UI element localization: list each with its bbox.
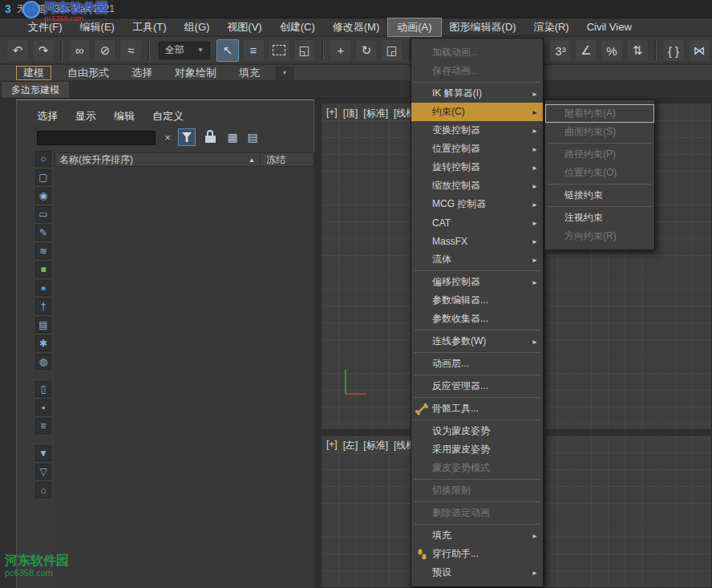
app-logo-icon: 3 — [5, 2, 11, 15]
menu-item-wire-parameters[interactable]: 连线参数(W)► — [411, 332, 543, 351]
viewport-standard-label[interactable]: [标准] — [363, 107, 388, 120]
menubar-item-file[interactable]: 文件(F) — [19, 18, 71, 36]
viewport-standard-label[interactable]: [标准] — [363, 439, 388, 452]
bind-to-spacewarp-icon[interactable]: ≈ — [119, 39, 142, 62]
display-geometry-icon[interactable]: ■ — [35, 262, 51, 278]
unlink-selection-icon[interactable]: ⊘ — [94, 39, 116, 62]
explorer-column-header[interactable]: 名称(按升序排序) ▲ 冻结 — [55, 152, 314, 167]
tab-polygon-modeling[interactable]: 多边形建模 — [2, 82, 69, 98]
spinner-snap-icon[interactable]: ⇅ — [626, 39, 649, 62]
select-and-link-icon[interactable]: ∞ — [68, 39, 91, 62]
menu-item-massfx[interactable]: MassFX► — [411, 232, 543, 250]
display-selected-icon[interactable]: ▢ — [35, 169, 51, 185]
menu-item-fluids[interactable]: 流体► — [411, 250, 543, 269]
pick-container-icon[interactable]: ⌂ — [35, 482, 51, 498]
menubar-item-create[interactable]: 创建(C) — [271, 18, 324, 36]
select-and-move-icon[interactable]: + — [330, 39, 352, 62]
snap-toggle-icon[interactable]: 3³ — [549, 39, 572, 62]
selection-filter-dropdown[interactable]: 全部 ▼ — [159, 42, 210, 59]
filter-combinations-icon[interactable]: ▼ — [35, 445, 51, 461]
menubar-item-rendering[interactable]: 渲染(R) — [525, 18, 578, 36]
menu-item-bone-tools[interactable]: 骨骼工具... — [411, 399, 543, 418]
save-explorer-icon[interactable]: ▪ — [35, 399, 51, 416]
menu-item-scale-controllers[interactable]: 缩放控制器► — [411, 176, 543, 195]
menubar-item-animation[interactable]: 动画(A) — [388, 18, 440, 36]
select-and-scale-icon[interactable]: ◲ — [381, 39, 403, 62]
menubar-item-edit[interactable]: 编辑(E) — [71, 18, 123, 36]
menu-item-transform-controllers[interactable]: 变换控制器► — [411, 121, 543, 140]
display-helpers-icon[interactable]: ● — [35, 280, 51, 296]
ribbon-tab-object-paint[interactable]: 对象绘制 — [168, 66, 223, 80]
menu-item-animation-layers[interactable]: 动画层... — [411, 355, 543, 373]
menu-item-cat[interactable]: CAT► — [411, 213, 543, 232]
menubar-item-civil-view[interactable]: Civil View — [578, 18, 641, 36]
edit-selection-set-icon[interactable]: ▤ — [245, 129, 261, 145]
explorer-tab-edit[interactable]: 编辑 — [114, 109, 135, 124]
menubar-item-views[interactable]: 视图(V) — [218, 18, 270, 36]
column-frozen-header[interactable]: 冻结 — [261, 153, 285, 167]
new-selection-set-icon[interactable]: ▦ — [225, 129, 241, 145]
lock-cell-editing-icon[interactable] — [204, 129, 218, 145]
menu-item-set-as-skin-pose[interactable]: 设为蒙皮姿势 — [411, 422, 543, 440]
column-name-header[interactable]: 名称(按升序排序) — [55, 153, 249, 167]
menu-item-presets[interactable]: 预设► — [411, 563, 543, 582]
ribbon-tab-selection[interactable]: 选择 — [125, 66, 159, 80]
menu-item-reaction-manager[interactable]: 反应管理器... — [411, 377, 543, 395]
display-cameras-icon[interactable]: ▭ — [35, 206, 51, 222]
menu-item-populate[interactable]: 填充► — [411, 526, 543, 545]
window-crossing-icon[interactable]: ◱ — [293, 39, 316, 62]
viewport-pov-label[interactable]: [左] — [343, 439, 358, 452]
menu-item-offset-controllers[interactable]: 偏移控制器► — [411, 273, 543, 291]
explorer-object-list[interactable] — [55, 167, 314, 588]
select-object-icon[interactable]: ↖ — [216, 39, 239, 62]
viewport-menu-plus[interactable]: [+] — [326, 107, 338, 120]
percent-snap-icon[interactable]: % — [601, 39, 623, 62]
viewport-menu-plus[interactable]: [+] — [326, 439, 338, 452]
menubar-item-tools[interactable]: 工具(T) — [123, 18, 176, 36]
display-shapes-icon[interactable]: ✎ — [35, 225, 51, 241]
rectangular-selection-region-icon[interactable] — [268, 39, 290, 62]
ribbon-collapse-button[interactable]: ▼ — [276, 67, 293, 79]
menubar-item-graph-editors[interactable]: 图形编辑器(D) — [441, 18, 525, 36]
menu-item-rotation-controllers[interactable]: 旋转控制器► — [411, 158, 543, 176]
display-hidden-icon[interactable]: ◍ — [35, 354, 51, 370]
menubar-item-modifiers[interactable]: 修改器(M) — [324, 18, 389, 36]
select-by-name-icon[interactable]: ≡ — [242, 39, 265, 62]
explorer-tab-display[interactable]: 显示 — [75, 109, 96, 124]
menu-item-assume-skin-pose[interactable]: 采用蒙皮姿势 — [411, 440, 543, 459]
clear-search-icon[interactable]: × — [161, 130, 174, 144]
menu-item-mcg-controllers[interactable]: MCG 控制器► — [411, 195, 543, 213]
menu-item-parameter-editor[interactable]: 参数编辑器... — [411, 291, 543, 310]
explorer-filter-button[interactable] — [178, 128, 196, 146]
menu-item-constraints[interactable]: 约束(C)► — [411, 103, 543, 121]
display-none-icon[interactable]: ○ — [35, 151, 51, 167]
ribbon-tab-populate[interactable]: 填充 — [233, 66, 266, 80]
redo-icon[interactable]: ↷ — [32, 39, 55, 62]
edit-named-selection-sets-icon[interactable]: { } — [662, 39, 685, 62]
viewport-pov-label[interactable]: [顶] — [343, 107, 358, 120]
display-lights-icon[interactable]: ◉ — [35, 188, 51, 204]
menubar-item-group[interactable]: 组(G) — [176, 18, 219, 36]
select-and-rotate-icon[interactable]: ↻ — [355, 39, 378, 62]
ribbon-tab-modeling[interactable]: 建模 — [16, 66, 51, 80]
mirror-icon[interactable]: ⋈ — [688, 39, 710, 62]
angle-snap-icon[interactable]: ∠ — [575, 39, 597, 62]
display-containers-icon[interactable]: ▤ — [35, 317, 51, 333]
display-spacewarps-icon[interactable]: ≋ — [35, 243, 51, 259]
menu-item-ik-solvers[interactable]: IK 解算器(I)► — [411, 84, 543, 103]
undo-icon[interactable]: ↶ — [6, 39, 29, 62]
display-materials-icon[interactable]: ✱ — [35, 335, 51, 351]
filter-selected-icon[interactable]: ▽ — [35, 464, 51, 480]
explorer-search-input[interactable] — [37, 131, 156, 145]
display-bones-icon[interactable]: † — [35, 298, 51, 314]
explorer-tab-customize[interactable]: 自定义 — [152, 109, 184, 124]
explorer-options-icon[interactable]: ≡ — [35, 418, 51, 434]
menu-item-lookat-constraint[interactable]: 注视约束 — [545, 209, 654, 227]
ribbon-tab-freeform[interactable]: 自由形式 — [61, 66, 115, 80]
menu-item-link-constraint[interactable]: 链接约束 — [545, 186, 654, 205]
menu-item-walkthrough-assistant[interactable]: 穿行助手... — [411, 545, 543, 563]
menu-item-parameter-collector[interactable]: 参数收集器... — [411, 310, 543, 328]
new-explorer-icon[interactable]: ▯ — [35, 381, 51, 397]
menu-item-position-controllers[interactable]: 位置控制器► — [411, 140, 543, 158]
explorer-tab-select[interactable]: 选择 — [37, 109, 58, 124]
